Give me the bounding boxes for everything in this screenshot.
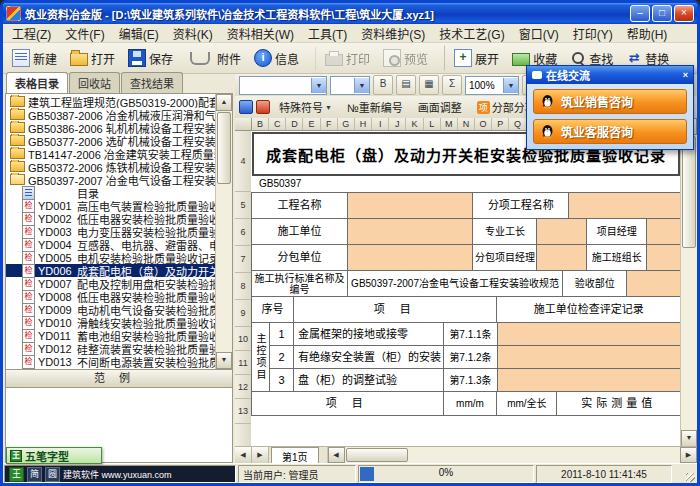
form-toolbar-button[interactable]: 画面调整 ▼ <box>412 96 468 118</box>
scroll-up-icon[interactable]: ▲ <box>216 94 232 111</box>
menu-item[interactable]: 工具(T) <box>301 24 354 43</box>
tree-entry-row[interactable]: YD006 成套配电柜（盘）及动力开关柜安装 <box>6 264 216 277</box>
column-letter[interactable]: D <box>286 118 303 130</box>
zoom-combo[interactable]: 100%▼ <box>465 76 519 95</box>
sheet-horizontal-scrollbar[interactable]: ◀ ▶ <box>327 447 697 463</box>
menu-item[interactable]: 资料相关(W) <box>220 24 301 43</box>
check-item-record-input[interactable] <box>498 346 681 369</box>
form-toolbar-button[interactable]: 特殊符号 ▼ <box>273 96 338 118</box>
crew-leader-input[interactable] <box>647 245 681 271</box>
page-tab[interactable]: 第1页 <box>271 447 319 463</box>
menu-item[interactable]: 窗口(V) <box>512 24 566 43</box>
tree-folder-row[interactable]: GB50377-2006 选矿机械设备工程安装验收规范 <box>6 134 216 147</box>
scroll-down-icon[interactable]: ▼ <box>681 430 697 447</box>
font-name-combo[interactable]: ▼ <box>239 76 327 95</box>
ime-lang-icon[interactable]: 王 <box>9 467 24 482</box>
row-number[interactable]: 7 <box>235 246 251 273</box>
column-letter[interactable]: N <box>458 118 475 130</box>
menu-item[interactable]: 工程(Z) <box>5 24 58 43</box>
row-number[interactable]: 9 <box>235 300 251 327</box>
quick-save-icon[interactable] <box>239 100 253 114</box>
next-page-icon[interactable]: ▶ <box>252 447 269 463</box>
subcontractor-input[interactable] <box>348 245 474 271</box>
minimize-button[interactable]: – <box>630 5 650 22</box>
column-letter[interactable]: C <box>269 118 286 130</box>
tree-folder-row[interactable]: GB50386-2006 轧机机械设备工程安装验收规范 <box>6 121 216 134</box>
font-size-combo[interactable]: ▼ <box>330 76 370 95</box>
resize-grip[interactable] <box>674 465 696 483</box>
chevron-down-icon[interactable]: ▼ <box>503 78 518 93</box>
project-manager-input[interactable] <box>647 219 681 245</box>
column-letter[interactable]: M <box>441 118 458 130</box>
sidebar-tab[interactable]: 回收站 <box>69 72 120 93</box>
stamp-icon[interactable] <box>256 100 270 114</box>
toolbar-button[interactable]: 保存 <box>122 45 179 71</box>
scroll-left-icon[interactable]: ◀ <box>328 447 345 463</box>
column-letter[interactable]: O <box>475 118 492 130</box>
column-letter[interactable]: F <box>321 118 338 130</box>
row-number[interactable]: 5 <box>235 192 251 219</box>
qq-contact-button[interactable]: 筑业客服咨询 <box>533 119 687 144</box>
column-letter[interactable]: Q <box>509 118 526 130</box>
ime-softkeyboard-icon[interactable]: 圆 <box>45 467 60 482</box>
column-letter[interactable]: E <box>303 118 320 130</box>
toolbar-button[interactable]: 打印 <box>315 46 376 71</box>
ime-simplified-icon[interactable]: 简 <box>27 467 42 482</box>
menu-item[interactable]: 帮助(H) <box>620 24 675 43</box>
tree-entry-row[interactable]: YD011 蓄电池组安装检验批质量验收记录表 <box>6 329 216 342</box>
qq-contact-button[interactable]: 筑业销售咨询 <box>533 89 687 114</box>
menu-item[interactable]: 打印(Y) <box>566 24 620 43</box>
tree-entry-row[interactable]: YD013 不间断电源装置安装检验批质量验收记 <box>6 355 216 368</box>
sheet-scroll-thumb[interactable] <box>682 136 696 248</box>
sub-pm-input[interactable] <box>537 245 587 271</box>
tree-scroll-thumb[interactable] <box>217 112 231 184</box>
chevron-down-icon[interactable]: ▼ <box>311 78 326 93</box>
tree-folder-row[interactable]: GB50397-2007 冶金电气设备工程安装验收规范 <box>6 173 216 186</box>
tree-entry-row[interactable]: YD004 互感器、电抗器、避雷器、电容器检验 <box>6 238 216 251</box>
form-toolbar-button[interactable]: №重新编号 ▼ <box>341 96 409 118</box>
tree-entry-row[interactable]: YD014 母线装置安装检验批质量验收记录表 <box>6 368 216 369</box>
acceptance-part-input[interactable] <box>627 271 681 297</box>
column-letter[interactable]: P <box>492 118 509 130</box>
column-letter[interactable]: I <box>372 118 389 130</box>
row-number[interactable]: 11 <box>235 351 251 375</box>
column-letter[interactable]: H <box>355 118 372 130</box>
sheet-vertical-scrollbar[interactable]: ▲ ▼ <box>680 118 697 447</box>
sidebar-tab[interactable]: 查找结果 <box>121 72 183 93</box>
column-letter[interactable]: J <box>389 118 406 130</box>
align-left-button[interactable]: ▤ <box>396 75 416 95</box>
tree-entry-row[interactable]: YD009 电动机电气设备安装检验批质量验收记 <box>6 303 216 316</box>
column-letter[interactable]: K <box>406 118 423 130</box>
tree-entry-row[interactable]: YD002 低压电器安装检验批质量验收记录表 <box>6 212 216 225</box>
row-number[interactable]: 4 <box>235 131 251 192</box>
menu-item[interactable]: 资料维护(S) <box>354 24 432 43</box>
toolbar-button[interactable]: 信息 <box>248 45 305 71</box>
tree-entry-row[interactable]: YD005 电机安装检验批质量验收记录表 <box>6 251 216 264</box>
project-name-input[interactable] <box>348 193 474 219</box>
subitem-name-input[interactable] <box>569 193 681 219</box>
tree-folder-row[interactable]: TB14147-2006 冶金建筑安装工程质量验收规范 <box>6 147 216 160</box>
tree-entry-row[interactable]: 目录 <box>6 186 216 199</box>
row-number[interactable]: 6 <box>235 219 251 246</box>
row-number[interactable]: 8 <box>235 273 251 300</box>
check-item-record-input[interactable] <box>498 323 681 346</box>
tree-entry-row[interactable]: YD012 硅整流装置安装检验批质量验收记录表 <box>6 342 216 355</box>
sidebar-tab[interactable]: 表格目录 <box>6 72 68 94</box>
tree-entry-row[interactable]: YD008 低压电器安装检验批质量验收记录表 <box>6 290 216 303</box>
check-item-record-input[interactable] <box>498 369 681 392</box>
foreman-input[interactable] <box>537 219 587 245</box>
maximize-button[interactable]: □ <box>652 5 672 22</box>
select-all-corner[interactable] <box>235 118 252 131</box>
tree-entry-row[interactable]: YD001 高压电气装置检验批质量验收记录表 <box>6 199 216 212</box>
toolbar-button[interactable]: 预览 <box>377 45 434 71</box>
scroll-down-icon[interactable]: ▼ <box>216 352 232 369</box>
tree-entry-row[interactable]: YD007 配电及控制用盘柜安装检验批质量验收 <box>6 277 216 290</box>
online-chat-titlebar[interactable]: 在线交流 × <box>527 66 693 84</box>
tree-entry-row[interactable]: YD010 滑触线安装检验批质量验收记录表 <box>6 316 216 329</box>
row-number[interactable]: 13 <box>235 399 251 424</box>
tree-scrollbar[interactable]: ▲ ▼ <box>215 94 232 369</box>
toolbar-button[interactable]: 附件 <box>180 46 247 71</box>
menu-item[interactable]: 技术工艺(G) <box>432 24 511 43</box>
row-number[interactable]: 12 <box>235 375 251 399</box>
ime-status-bar[interactable]: 王 五笔字型 <box>6 447 102 464</box>
